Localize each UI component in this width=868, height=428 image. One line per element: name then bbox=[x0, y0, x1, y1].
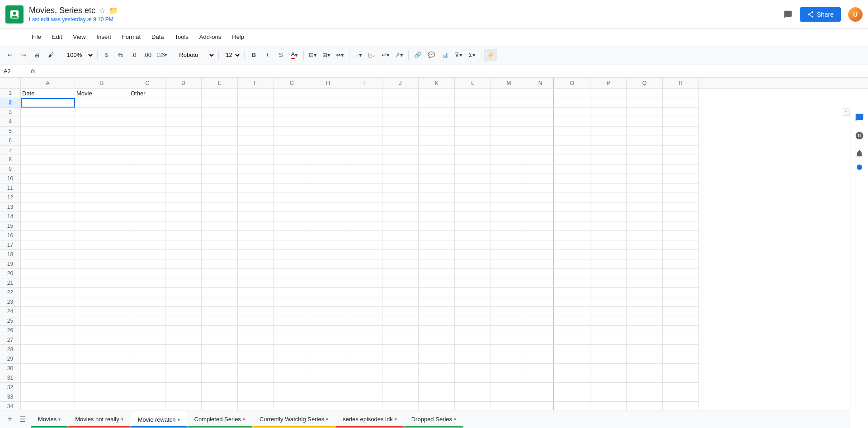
cell-5-17[interactable] bbox=[627, 127, 663, 136]
cell-16-17[interactable] bbox=[627, 231, 663, 240]
cell-7-7[interactable] bbox=[274, 146, 310, 155]
row-num-3[interactable]: 3 bbox=[0, 108, 20, 117]
cell-14-12[interactable] bbox=[455, 212, 491, 221]
cell-30-5[interactable] bbox=[202, 364, 238, 373]
cell-9-15[interactable] bbox=[554, 165, 590, 174]
cell-30-18[interactable] bbox=[663, 364, 699, 373]
cell-24-10[interactable] bbox=[382, 307, 419, 316]
cell-32-13[interactable] bbox=[491, 383, 527, 392]
cell-15-14[interactable] bbox=[527, 221, 554, 231]
cell-6-8[interactable] bbox=[310, 136, 346, 146]
cell-20-10[interactable] bbox=[382, 269, 419, 278]
notifications-icon[interactable] bbox=[852, 146, 867, 161]
cell-4-13[interactable] bbox=[491, 117, 527, 127]
cell-8-14[interactable] bbox=[527, 155, 554, 165]
cell-1-3[interactable]: Other bbox=[129, 89, 165, 98]
cell-8-2[interactable] bbox=[75, 155, 129, 165]
col-header-e[interactable]: E bbox=[202, 78, 238, 88]
row-num-26[interactable]: 26 bbox=[0, 326, 20, 335]
cell-30-14[interactable] bbox=[527, 364, 554, 373]
cell-33-10[interactable] bbox=[382, 392, 419, 402]
cell-11-3[interactable] bbox=[129, 183, 165, 193]
cell-25-2[interactable] bbox=[75, 316, 129, 326]
cell-6-15[interactable] bbox=[554, 136, 590, 146]
menu-file[interactable]: File bbox=[27, 32, 46, 42]
col-header-g[interactable]: G bbox=[274, 78, 310, 88]
cell-31-15[interactable] bbox=[554, 373, 590, 383]
cell-16-13[interactable] bbox=[491, 231, 527, 240]
explore-button[interactable]: ⚡ bbox=[484, 49, 497, 61]
cell-5-10[interactable] bbox=[382, 127, 419, 136]
sheet-tab-3[interactable]: Completed Series▾ bbox=[187, 411, 252, 428]
cell-32-15[interactable] bbox=[554, 383, 590, 392]
cell-3-2[interactable] bbox=[75, 108, 129, 117]
cell-32-12[interactable] bbox=[455, 383, 491, 392]
cell-4-5[interactable] bbox=[202, 117, 238, 127]
cell-2-12[interactable] bbox=[455, 98, 491, 108]
cell-28-3[interactable] bbox=[129, 345, 165, 354]
cell-7-10[interactable] bbox=[382, 146, 419, 155]
cell-13-8[interactable] bbox=[310, 202, 346, 212]
row-num-30[interactable]: 30 bbox=[0, 364, 20, 373]
cell-21-11[interactable] bbox=[419, 278, 455, 288]
cell-1-5[interactable] bbox=[202, 89, 238, 98]
cell-23-17[interactable] bbox=[627, 297, 663, 307]
cell-33-3[interactable] bbox=[129, 392, 165, 402]
cell-16-9[interactable] bbox=[346, 231, 382, 240]
cell-24-4[interactable] bbox=[165, 307, 202, 316]
cell-31-17[interactable] bbox=[627, 373, 663, 383]
row-num-23[interactable]: 23 bbox=[0, 297, 20, 307]
cell-20-2[interactable] bbox=[75, 269, 129, 278]
cell-3-16[interactable] bbox=[590, 108, 627, 117]
cell-17-8[interactable] bbox=[310, 240, 346, 250]
cell-20-9[interactable] bbox=[346, 269, 382, 278]
cell-33-7[interactable] bbox=[274, 392, 310, 402]
cell-26-3[interactable] bbox=[129, 326, 165, 335]
cell-6-1[interactable] bbox=[21, 136, 75, 146]
cell-25-13[interactable] bbox=[491, 316, 527, 326]
cell-27-15[interactable] bbox=[554, 335, 590, 345]
cell-10-14[interactable] bbox=[527, 174, 554, 183]
col-header-f[interactable]: F bbox=[238, 78, 274, 88]
cell-19-6[interactable] bbox=[238, 259, 274, 269]
cell-26-18[interactable] bbox=[663, 326, 699, 335]
cell-20-4[interactable] bbox=[165, 269, 202, 278]
cell-4-1[interactable] bbox=[21, 117, 75, 127]
cell-27-11[interactable] bbox=[419, 335, 455, 345]
cell-25-5[interactable] bbox=[202, 316, 238, 326]
cell-28-1[interactable] bbox=[21, 345, 75, 354]
cell-31-12[interactable] bbox=[455, 373, 491, 383]
row-num-13[interactable]: 13 bbox=[0, 202, 20, 212]
cell-26-2[interactable] bbox=[75, 326, 129, 335]
cell-31-2[interactable] bbox=[75, 373, 129, 383]
cell-18-12[interactable] bbox=[455, 250, 491, 259]
cell-13-5[interactable] bbox=[202, 202, 238, 212]
cell-5-14[interactable] bbox=[527, 127, 554, 136]
cell-4-11[interactable] bbox=[419, 117, 455, 127]
cell-29-3[interactable] bbox=[129, 354, 165, 364]
cell-12-1[interactable] bbox=[21, 193, 75, 202]
col-header-q[interactable]: Q bbox=[627, 78, 663, 88]
cell-18-18[interactable] bbox=[663, 250, 699, 259]
cell-29-2[interactable] bbox=[75, 354, 129, 364]
row-num-7[interactable]: 7 bbox=[0, 146, 20, 155]
cell-15-1[interactable] bbox=[21, 221, 75, 231]
cell-25-1[interactable] bbox=[21, 316, 75, 326]
cell-19-5[interactable] bbox=[202, 259, 238, 269]
cell-21-4[interactable] bbox=[165, 278, 202, 288]
cell-25-12[interactable] bbox=[455, 316, 491, 326]
cell-22-1[interactable] bbox=[21, 288, 75, 297]
cell-12-5[interactable] bbox=[202, 193, 238, 202]
cell-20-8[interactable] bbox=[310, 269, 346, 278]
cell-15-4[interactable] bbox=[165, 221, 202, 231]
cell-26-4[interactable] bbox=[165, 326, 202, 335]
cell-18-13[interactable] bbox=[491, 250, 527, 259]
cell-32-2[interactable] bbox=[75, 383, 129, 392]
cell-28-8[interactable] bbox=[310, 345, 346, 354]
cell-18-6[interactable] bbox=[238, 250, 274, 259]
cell-25-6[interactable] bbox=[238, 316, 274, 326]
cell-2-17[interactable] bbox=[627, 98, 663, 108]
cell-16-8[interactable] bbox=[310, 231, 346, 240]
cell-1-12[interactable] bbox=[455, 89, 491, 98]
cell-29-4[interactable] bbox=[165, 354, 202, 364]
